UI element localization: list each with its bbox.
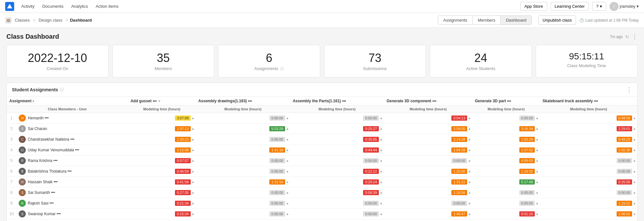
time-cell-skateboard_truck: 0:25:00 ■ (540, 177, 637, 187)
student-cell: S Swaroop Kumar ••• (16, 209, 128, 219)
second-nav: 🏫 Classes > Design class > Dashboard Ass… (0, 13, 644, 28)
nav-action-items[interactable]: Action items (92, 2, 122, 11)
time-cell-assembly_parts: 0:35:05 ■ (290, 134, 384, 145)
col-add-gusset[interactable]: Add gusset ••• ▼ (128, 97, 196, 105)
student-name: Chandrasekhar Nakkina ••• (28, 137, 74, 142)
time-cell-generate_3d_part: 1:57:52 ■ (472, 145, 540, 156)
time-cell-generate_3d_part: 0:00:00 ■ (472, 187, 540, 198)
learning-center-button[interactable]: Learning Center (551, 2, 589, 11)
time-cell-generate_3d_part: 1:43:23 ■ (472, 219, 540, 221)
time-cell-generate_3d_part: 3:16:34 ■ (472, 124, 540, 134)
student-avatar: C (19, 136, 26, 143)
student-cell: R Rama Krishna ••• (16, 156, 128, 166)
cell-options-icon: ■ (192, 127, 194, 131)
time-cell-assembly_parts: 0:22:22 ■ (290, 166, 384, 177)
student-name: Hassain Shaik ••• (28, 180, 58, 184)
top-nav: Activity Documents Analytics Action item… (0, 0, 644, 13)
student-avatar: H (19, 178, 26, 186)
cell-options-icon: ■ (536, 127, 538, 131)
unpublish-button[interactable]: Unpublish class (538, 15, 576, 25)
col-assignment[interactable]: Assignment › (7, 97, 128, 105)
cell-options-icon: ■ (536, 202, 538, 205)
breadcrumb-current: Dashboard (70, 18, 92, 23)
student-avatar: U (19, 146, 26, 154)
cell-options-icon: ■ (286, 159, 288, 163)
time-cell-add_gusset: 0:27:35 ■ (128, 187, 196, 198)
row-number: 5 (7, 156, 16, 166)
help-button[interactable]: ? ▾ (592, 2, 606, 11)
cell-options-icon: ■ (634, 213, 635, 216)
student-cell: H Hassain Shaik ••• (16, 177, 128, 187)
last-updated-label: 🕐 Last updated at 1:08 PM Today (579, 18, 639, 23)
cell-options-icon: ■ (380, 170, 382, 173)
row-number: 1 (7, 113, 16, 124)
cell-options-icon: ■ (468, 138, 470, 141)
breadcrumb-classes[interactable]: Classes (14, 17, 31, 23)
breadcrumb: 🏫 Classes > Design class > Dashboard (5, 17, 92, 24)
time-cell-assembly_drawings: 0:00:00 ■ (196, 113, 290, 124)
main-content: Class Dashboard 7m ago ↻ ⋮ 2022-12-10 Cr… (0, 28, 644, 221)
time-cell-generate_3d_component: 2:14:28 ■ (384, 134, 472, 145)
tab-members[interactable]: Members (473, 16, 501, 25)
time-cell-generate_3d_component: 0:00:00 ■ (384, 198, 472, 209)
student-name: Sai Charan (28, 126, 47, 131)
cell-options-icon: ■ (286, 149, 288, 152)
tab-assignments[interactable]: Assignments (438, 16, 473, 25)
time-cell-generate_3d_part: 0:59:03 ■ (472, 156, 540, 166)
col-assembly-parts[interactable]: Assembly the Parts(1.161) ••• (290, 97, 384, 105)
table-row: 5 R Rama Krishna ••• 0:57:57 ■ 0:00:00 ■… (7, 156, 637, 166)
cell-options-icon: ■ (286, 127, 288, 131)
cell-options-icon: ■ (286, 191, 288, 195)
breadcrumb-design-class[interactable]: Design class (37, 17, 64, 23)
app-store-button[interactable]: App Store (520, 2, 547, 11)
col-sub-generate-3d-part: Modeling time (hours) (472, 105, 540, 113)
cell-options-icon: ■ (536, 159, 538, 163)
stat-value-modeling-time: 95:15:11 (543, 51, 631, 62)
time-cell-add_gusset: 0:41:58 ■ (128, 177, 196, 187)
row-number: 8 (7, 187, 16, 198)
time-cell-assembly_parts: 0:44:44 ■ (290, 145, 384, 156)
cell-options-icon: ■ (634, 181, 635, 184)
time-cell-skateboard_truck: 0:00:00 ■ (540, 187, 637, 198)
student-cell: C Chandrasekhar Nakkina ••• (16, 134, 128, 145)
col-assembly-drawings[interactable]: Assembly drawings(1.163) ••• (196, 97, 290, 105)
stat-card-assignments: 6 Assignments ⓘ (218, 45, 320, 77)
time-cell-assembly_drawings: 0:00:00 ■ (196, 134, 290, 145)
student-cell: R Rajesh Sasi ••• (16, 198, 128, 209)
time-cell-generate_3d_part: 1:02:29 ■ (472, 134, 540, 145)
cell-options-icon: ■ (634, 127, 635, 131)
col-generate-3d-part[interactable]: Generate 3D part ••• (472, 97, 540, 105)
cell-options-icon: ■ (192, 213, 194, 216)
nav-analytics[interactable]: Analytics (68, 2, 91, 11)
stat-card-submissions: 73 Submissions (324, 45, 426, 77)
student-name: Swaroop Kumar ••• (28, 212, 61, 216)
cell-options-icon: ■ (536, 149, 538, 152)
col-skateboard-truck[interactable]: Skateboard truck assembly ••• (540, 97, 637, 105)
student-name: Sai Sumanth ••• (28, 190, 55, 195)
row-number: 9 (7, 198, 16, 209)
cell-options-icon: ■ (380, 202, 382, 205)
nav-activity[interactable]: Activity (18, 2, 38, 11)
student-name: Rajesh Sasi ••• (28, 201, 53, 206)
tab-group: Assignments Members Dashboard (438, 15, 532, 25)
cell-options-icon: ■ (536, 117, 538, 120)
cell-options-icon: ■ (380, 127, 382, 131)
table-more-icon[interactable]: ⋮ (626, 86, 632, 93)
stat-value-active-students: 24 (437, 51, 525, 65)
col-sub-skateboard-truck: Modeling time (hours) (540, 105, 637, 113)
nav-documents[interactable]: Documents (39, 2, 67, 11)
app-logo[interactable] (5, 2, 14, 11)
refresh-icon[interactable]: ↻ (625, 34, 629, 39)
tab-dashboard[interactable]: Dashboard (501, 16, 532, 25)
time-cell-add_gusset: 1:37:13 ■ (128, 124, 196, 134)
more-options-icon[interactable]: ⋮ (632, 33, 638, 40)
cell-options-icon: ■ (380, 149, 382, 152)
time-cell-generate_3d_part: 0:01:10 ■ (472, 209, 540, 219)
cell-options-icon: ■ (468, 181, 470, 184)
user-menu[interactable]: J jramsley ▾ (608, 2, 639, 11)
student-avatar: R (19, 157, 26, 164)
col-generate-3d-component[interactable]: Generate 3D component ••• (384, 97, 472, 105)
cell-options-icon: ■ (468, 159, 470, 163)
cell-options-icon: ■ (286, 138, 288, 141)
cell-options-icon: ■ (536, 138, 538, 141)
